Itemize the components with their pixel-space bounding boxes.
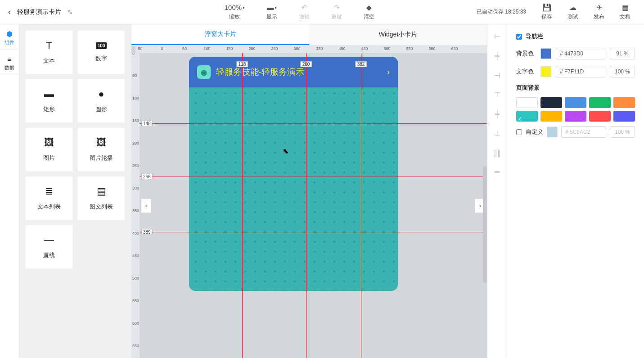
page-bg-color-option[interactable] [516, 97, 538, 108]
palette-textlist[interactable]: ≣文本列表 [26, 177, 72, 220]
zoom-label: 缩放 [229, 13, 240, 21]
image-icon: 🖼 [44, 137, 54, 149]
imglist-icon: ▤ [97, 186, 106, 197]
doc-icon: ▤ [622, 3, 629, 12]
bg-color-swatch[interactable] [540, 48, 551, 59]
canvas-stage[interactable]: ◉ 轻服务技能-轻服务演示 › ⬉ 118260382148266389 [140, 53, 487, 358]
page-bg-color-option[interactable] [540, 111, 562, 122]
edit-title-icon[interactable]: ✎ [68, 9, 73, 16]
navbar-checkbox[interactable] [516, 34, 522, 40]
align-bottom-icon[interactable]: ⊥ [494, 129, 500, 138]
text-icon: T [46, 40, 52, 51]
scrollbar-vertical[interactable] [483, 166, 487, 283]
page-bg-color-option[interactable] [589, 97, 611, 108]
guide-horizontal[interactable] [140, 123, 487, 124]
document-title: 轻服务演示卡片 [17, 8, 61, 16]
palette-number[interactable]: 100数字 [78, 31, 125, 74]
redo-tool[interactable]: ↷ 重做 [331, 4, 342, 21]
custom-color-swatch[interactable] [547, 127, 558, 137]
redo-icon: ↷ [334, 4, 340, 12]
palette-text[interactable]: T文本 [26, 31, 72, 74]
circle-icon: ● [98, 88, 104, 100]
save-button[interactable]: 💾保存 [541, 3, 552, 21]
page-bg-color-grid [516, 97, 635, 122]
docs-button[interactable]: ▤文档 [620, 3, 630, 21]
guide-horizontal[interactable] [140, 232, 487, 232]
palette-rect[interactable]: ▬矩形 [26, 79, 72, 122]
ruler-corner [131, 46, 135, 53]
align-toolbar: ⊢ ┿ ⊣ ⊤ ┿ ⊥ ‖‖ ═ [487, 24, 507, 358]
guide-vertical[interactable] [361, 53, 361, 358]
card-logo-icon: ◉ [197, 65, 211, 79]
bg-color-input[interactable]: # 4473D0 [556, 48, 605, 59]
line-icon: — [44, 234, 54, 246]
card-header: ◉ 轻服务技能-轻服务演示 › [189, 57, 398, 87]
back-button[interactable]: ‹ [8, 7, 11, 17]
page-bg-color-option[interactable] [540, 97, 562, 108]
custom-color-label: 自定义 [526, 128, 543, 136]
chevron-right-icon[interactable]: › [387, 68, 390, 77]
palette-imgtextlist[interactable]: ▤图文列表 [78, 177, 125, 220]
chevron-down-icon: ▾ [275, 5, 277, 10]
align-top-icon[interactable]: ⊤ [494, 91, 500, 99]
align-center-h-icon[interactable]: ┿ [495, 52, 500, 60]
component-palette: T文本 100数字 ▬矩形 ●圆形 🖼图片 🖼图片轮播 ≣文本列表 ▤图文列表 … [19, 24, 131, 358]
send-icon: ✈ [596, 3, 602, 12]
palette-carousel[interactable]: 🖼图片轮播 [78, 128, 125, 171]
rail-data[interactable]: ≡ 数据 [0, 50, 19, 75]
display-icon: ▬ [267, 4, 274, 11]
text-color-swatch[interactable] [540, 66, 551, 77]
rect-icon: ▬ [44, 88, 54, 100]
guide-vertical[interactable] [242, 53, 243, 358]
palette-circle[interactable]: ●圆形 [78, 79, 125, 122]
page-bg-color-option[interactable] [589, 111, 611, 122]
undo-icon: ↶ [302, 4, 307, 12]
zoom-tool[interactable]: 100%▾ 缩放 [225, 4, 245, 21]
inspector-panel: 导航栏 背景色 # 4473D0 91 % 文字色 # F7F11D 100 %… [507, 24, 644, 358]
guide-horizontal[interactable] [140, 177, 487, 177]
palette-line[interactable]: —直线 [26, 225, 72, 268]
undo-tool[interactable]: ↶ 撤销 [299, 4, 310, 21]
display-tool[interactable]: ▬▾ 显示 [266, 4, 277, 21]
text-opacity-input[interactable]: 100 % [610, 66, 635, 77]
database-icon: ≡ [7, 55, 11, 63]
page-bg-color-option[interactable] [565, 97, 586, 108]
guide-vertical[interactable] [306, 53, 306, 358]
test-button[interactable]: ☁测试 [567, 3, 578, 21]
text-color-label: 文字色 [516, 68, 536, 76]
text-color-input[interactable]: # F7F11D [556, 66, 605, 77]
page-bg-color-option[interactable] [565, 111, 586, 122]
card-title: 轻服务技能-轻服务演示 [216, 66, 382, 78]
palette-image[interactable]: 🖼图片 [26, 128, 72, 171]
publish-button[interactable]: ✈发布 [594, 3, 604, 21]
custom-color-checkbox[interactable] [516, 129, 522, 135]
align-right-icon[interactable]: ⊣ [494, 71, 500, 80]
carousel-icon: 🖼 [96, 137, 106, 149]
number-icon: 100 [96, 42, 107, 49]
page-bg-title: 页面背景 [516, 84, 635, 92]
bg-opacity-input[interactable]: 91 % [610, 48, 635, 59]
tab-float-card[interactable]: 浮窗大卡片 [131, 24, 309, 45]
autosave-status: 已自动保存 18:25:33 [477, 8, 526, 16]
eraser-icon: ◆ [366, 4, 372, 12]
custom-color-input[interactable]: # 5C9AC2 [561, 126, 606, 138]
page-bg-color-option[interactable] [516, 111, 538, 122]
ruler-horizontal[interactable]: -500501001502002503003504004505005506006… [131, 45, 487, 53]
tab-widget-card[interactable]: Widget小卡片 [309, 24, 487, 45]
align-center-v-icon[interactable]: ┿ [495, 110, 500, 118]
navbar-label: 导航栏 [526, 32, 543, 41]
align-left-icon[interactable]: ⊢ [494, 32, 500, 41]
card-preview[interactable]: ◉ 轻服务技能-轻服务演示 › [189, 57, 398, 291]
bg-color-label: 背景色 [516, 50, 536, 58]
distribute-v-icon[interactable]: ═ [495, 168, 500, 176]
distribute-h-icon[interactable]: ‖‖ [494, 149, 501, 157]
stage-prev-button[interactable]: ‹ [141, 199, 151, 213]
cloud-icon: ☁ [569, 3, 576, 12]
clear-tool[interactable]: ◆ 清空 [364, 4, 374, 21]
ruler-vertical[interactable]: 050100150200250300350400450500550600650 [131, 53, 140, 358]
custom-opacity-input[interactable]: 100 % [610, 126, 635, 138]
rail-components[interactable]: ⬢ 组件 [0, 24, 19, 50]
page-bg-color-option[interactable] [613, 97, 635, 108]
zoom-value: 100% [225, 4, 242, 11]
page-bg-color-option[interactable] [613, 111, 635, 122]
